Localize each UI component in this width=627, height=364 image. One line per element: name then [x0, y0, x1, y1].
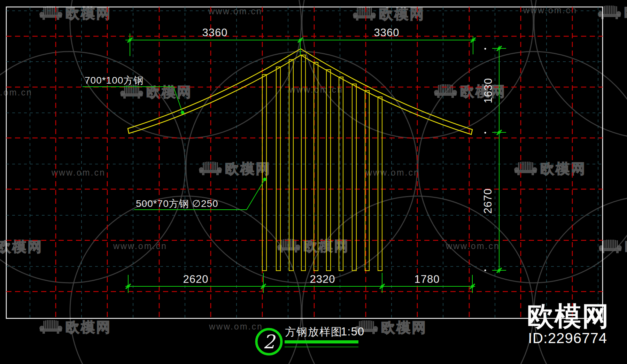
- brand-watermark: 欧模网: [434, 84, 506, 99]
- drawing-title: 方钢放样图: [285, 326, 342, 338]
- brand-watermark: 欧模网: [39, 319, 111, 335]
- brand-watermark-text: 欧模网: [540, 161, 586, 176]
- brand-watermark: 欧模网: [355, 320, 427, 335]
- brand-watermark-text: 欧模网: [381, 320, 427, 335]
- site-brand-name: 欧模网: [527, 301, 610, 331]
- brand-watermark-text: 欧模网: [624, 5, 627, 20]
- site-url-watermark: www.om.cn: [51, 168, 106, 177]
- callout-top-beam: 700*100方钢: [85, 75, 144, 86]
- brand-watermark-text: 欧模网: [625, 239, 627, 254]
- sofa-icon: [353, 7, 376, 21]
- sofa-icon: [39, 320, 62, 334]
- sofa-icon: [514, 162, 537, 175]
- brand-watermark-text: 欧模网: [65, 6, 111, 21]
- site-url-watermark: www.om.cn: [209, 322, 263, 331]
- dim-top-left: 3360: [202, 26, 228, 39]
- brand-watermark-text: 欧模网: [379, 6, 425, 22]
- dim-bottom-right: 1780: [415, 273, 440, 285]
- sofa-icon: [598, 6, 621, 19]
- callout-slat: 500*70方钢 ∅250: [136, 198, 218, 209]
- watermark-circle: [534, 0, 627, 138]
- site-url-watermark: www.om.cn: [365, 168, 420, 177]
- site-url-watermark: www.om.cn: [446, 241, 500, 251]
- steel-slat: [352, 84, 356, 271]
- dim-bottom-mid: 2320: [310, 273, 335, 285]
- dimension-lines: [83, 33, 506, 354]
- drawing-scale: 1:50: [341, 325, 364, 338]
- site-url-watermark: www.om.cn: [208, 6, 262, 16]
- dim-top-right: 3360: [374, 26, 400, 39]
- site-brand-id: ID:2296774: [528, 330, 607, 346]
- leader-dot-slat: [263, 178, 266, 181]
- steel-slat: [378, 97, 382, 271]
- brand-watermark: 欧模网: [514, 161, 586, 176]
- title-underline-thick: [285, 340, 358, 343]
- dim-right-lower: 2670: [482, 188, 494, 214]
- cad-drawing-canvas: 欧模网欧模网欧模网欧模网欧模网欧模网欧模网欧模网欧模网欧模网欧模网欧模网www.…: [0, 0, 627, 364]
- cad-drawing: 欧模网欧模网欧模网欧模网欧模网欧模网欧模网欧模网欧模网欧模网欧模网欧模网www.…: [0, 0, 627, 364]
- sofa-icon: [39, 6, 62, 20]
- dim-bottom-left: 2620: [183, 273, 209, 285]
- site-url-watermark: www.om.cn: [289, 85, 343, 94]
- dim-right-upper: 1630: [482, 78, 494, 103]
- brand-watermark: 欧模网: [199, 161, 271, 176]
- leader-dot-beam: [181, 111, 184, 114]
- detail-number: 2: [263, 331, 276, 353]
- brand-watermark-text: 欧模网: [225, 161, 271, 176]
- brand-watermark-text: 欧模网: [65, 319, 111, 335]
- sofa-icon: [434, 84, 457, 98]
- brand-watermark: 欧模网: [353, 6, 425, 22]
- brand-watermark: 欧模网: [39, 6, 111, 21]
- site-url-watermark: www.om.cn: [0, 87, 32, 97]
